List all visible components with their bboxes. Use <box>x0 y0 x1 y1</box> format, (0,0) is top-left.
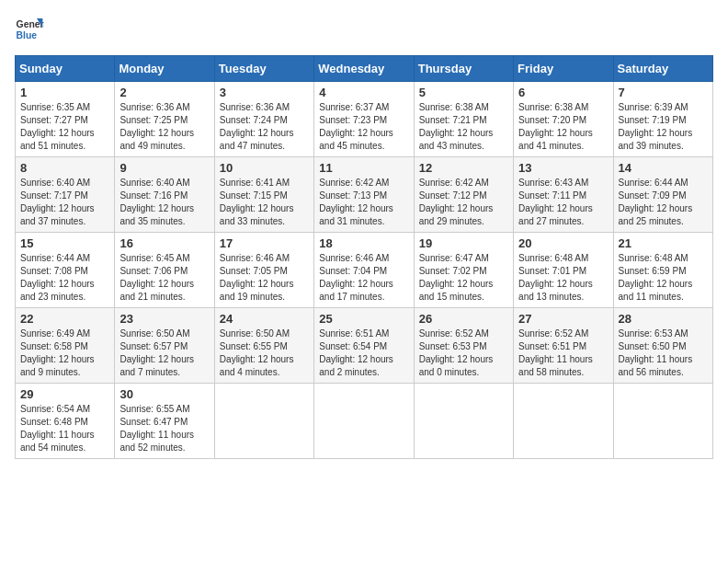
weekday-header-cell: Friday <box>514 56 613 82</box>
logo: General Blue <box>15 15 44 44</box>
calendar-cell: 16 Sunrise: 6:45 AM Sunset: 7:06 PM Dayl… <box>115 233 214 308</box>
day-info: Sunrise: 6:48 AM Sunset: 6:59 PM Dayligh… <box>619 252 708 304</box>
calendar-cell: 19 Sunrise: 6:47 AM Sunset: 7:02 PM Dayl… <box>414 233 513 308</box>
day-info: Sunrise: 6:41 AM Sunset: 7:15 PM Dayligh… <box>220 177 309 228</box>
calendar-cell: 11 Sunrise: 6:42 AM Sunset: 7:13 PM Dayl… <box>314 157 414 233</box>
day-info: Sunrise: 6:36 AM Sunset: 7:25 PM Dayligh… <box>119 101 209 153</box>
day-info: Sunrise: 6:46 AM Sunset: 7:04 PM Dayligh… <box>319 252 408 304</box>
calendar-table: SundayMondayTuesdayWednesdayThursdayFrid… <box>15 55 713 459</box>
day-info: Sunrise: 6:42 AM Sunset: 7:13 PM Dayligh… <box>319 177 408 228</box>
day-number: 16 <box>119 236 209 250</box>
day-number: 2 <box>119 86 209 99</box>
calendar-row: 22 Sunrise: 6:49 AM Sunset: 6:58 PM Dayl… <box>16 308 713 384</box>
calendar-cell: 21 Sunrise: 6:48 AM Sunset: 6:59 PM Dayl… <box>613 233 712 308</box>
day-number: 19 <box>419 236 508 250</box>
day-info: Sunrise: 6:42 AM Sunset: 7:12 PM Dayligh… <box>419 177 508 228</box>
day-number: 10 <box>220 161 309 175</box>
day-number: 5 <box>419 86 508 99</box>
day-info: Sunrise: 6:52 AM Sunset: 6:51 PM Dayligh… <box>518 327 608 379</box>
calendar-cell: 14 Sunrise: 6:44 AM Sunset: 7:09 PM Dayl… <box>613 157 712 233</box>
day-number: 18 <box>319 236 408 250</box>
day-number: 9 <box>119 161 209 175</box>
weekday-header-cell: Tuesday <box>214 56 313 82</box>
day-number: 13 <box>518 161 608 175</box>
day-info: Sunrise: 6:54 AM Sunset: 6:48 PM Dayligh… <box>20 403 109 454</box>
day-number: 7 <box>619 86 708 99</box>
weekday-header-cell: Monday <box>115 56 214 82</box>
day-number: 1 <box>20 86 109 99</box>
svg-text:Blue: Blue <box>17 30 38 40</box>
weekday-header-row: SundayMondayTuesdayWednesdayThursdayFrid… <box>16 56 713 82</box>
calendar-cell: 10 Sunrise: 6:41 AM Sunset: 7:15 PM Dayl… <box>214 157 313 233</box>
day-info: Sunrise: 6:50 AM Sunset: 6:57 PM Dayligh… <box>119 327 209 379</box>
calendar-cell: 17 Sunrise: 6:46 AM Sunset: 7:05 PM Dayl… <box>214 233 313 308</box>
calendar-cell: 5 Sunrise: 6:38 AM Sunset: 7:21 PM Dayli… <box>414 82 513 157</box>
day-info: Sunrise: 6:49 AM Sunset: 6:58 PM Dayligh… <box>20 327 109 379</box>
weekday-header-cell: Saturday <box>613 56 712 82</box>
day-number: 24 <box>220 312 309 326</box>
day-info: Sunrise: 6:48 AM Sunset: 7:01 PM Dayligh… <box>518 252 608 304</box>
calendar-cell: 12 Sunrise: 6:42 AM Sunset: 7:12 PM Dayl… <box>414 157 513 233</box>
calendar-cell: 24 Sunrise: 6:50 AM Sunset: 6:55 PM Dayl… <box>214 308 313 384</box>
day-number: 14 <box>619 161 708 175</box>
calendar-cell: 6 Sunrise: 6:38 AM Sunset: 7:20 PM Dayli… <box>514 82 613 157</box>
calendar-cell: 4 Sunrise: 6:37 AM Sunset: 7:23 PM Dayli… <box>314 82 414 157</box>
day-number: 12 <box>419 161 508 175</box>
day-info: Sunrise: 6:55 AM Sunset: 6:47 PM Dayligh… <box>119 403 209 454</box>
day-info: Sunrise: 6:43 AM Sunset: 7:11 PM Dayligh… <box>518 177 608 228</box>
calendar-cell: 15 Sunrise: 6:44 AM Sunset: 7:08 PM Dayl… <box>16 233 115 308</box>
weekday-header-cell: Thursday <box>414 56 513 82</box>
calendar-row: 15 Sunrise: 6:44 AM Sunset: 7:08 PM Dayl… <box>16 233 713 308</box>
calendar-cell: 28 Sunrise: 6:53 AM Sunset: 6:50 PM Dayl… <box>613 308 712 384</box>
calendar-cell: 30 Sunrise: 6:55 AM Sunset: 6:47 PM Dayl… <box>115 384 214 459</box>
day-info: Sunrise: 6:38 AM Sunset: 7:20 PM Dayligh… <box>518 101 608 153</box>
day-number: 22 <box>20 312 109 326</box>
calendar-cell: 1 Sunrise: 6:35 AM Sunset: 7:27 PM Dayli… <box>16 82 115 157</box>
day-info: Sunrise: 6:50 AM Sunset: 6:55 PM Dayligh… <box>220 327 309 379</box>
day-number: 4 <box>319 86 408 99</box>
page-header: General Blue <box>15 15 713 44</box>
calendar-cell: 13 Sunrise: 6:43 AM Sunset: 7:11 PM Dayl… <box>514 157 613 233</box>
day-info: Sunrise: 6:40 AM Sunset: 7:17 PM Dayligh… <box>20 177 109 228</box>
calendar-cell: 7 Sunrise: 6:39 AM Sunset: 7:19 PM Dayli… <box>613 82 712 157</box>
day-number: 23 <box>119 312 209 326</box>
day-number: 27 <box>518 312 608 326</box>
calendar-row: 8 Sunrise: 6:40 AM Sunset: 7:17 PM Dayli… <box>16 157 713 233</box>
calendar-cell <box>214 384 313 459</box>
day-number: 8 <box>20 161 109 175</box>
day-info: Sunrise: 6:53 AM Sunset: 6:50 PM Dayligh… <box>619 327 708 379</box>
calendar-cell: 25 Sunrise: 6:51 AM Sunset: 6:54 PM Dayl… <box>314 308 414 384</box>
calendar-cell: 8 Sunrise: 6:40 AM Sunset: 7:17 PM Dayli… <box>16 157 115 233</box>
calendar-cell <box>314 384 414 459</box>
logo-icon: General Blue <box>15 15 44 44</box>
calendar-cell: 27 Sunrise: 6:52 AM Sunset: 6:51 PM Dayl… <box>514 308 613 384</box>
day-info: Sunrise: 6:35 AM Sunset: 7:27 PM Dayligh… <box>20 101 109 153</box>
day-info: Sunrise: 6:40 AM Sunset: 7:16 PM Dayligh… <box>119 177 209 228</box>
day-number: 30 <box>119 387 209 401</box>
calendar-cell: 22 Sunrise: 6:49 AM Sunset: 6:58 PM Dayl… <box>16 308 115 384</box>
day-number: 21 <box>619 236 708 250</box>
weekday-header-cell: Wednesday <box>314 56 414 82</box>
day-info: Sunrise: 6:39 AM Sunset: 7:19 PM Dayligh… <box>619 101 708 153</box>
day-number: 6 <box>518 86 608 99</box>
day-number: 26 <box>419 312 508 326</box>
day-info: Sunrise: 6:46 AM Sunset: 7:05 PM Dayligh… <box>220 252 309 304</box>
calendar-body: 1 Sunrise: 6:35 AM Sunset: 7:27 PM Dayli… <box>16 82 713 459</box>
day-info: Sunrise: 6:37 AM Sunset: 7:23 PM Dayligh… <box>319 101 408 153</box>
calendar-row: 29 Sunrise: 6:54 AM Sunset: 6:48 PM Dayl… <box>16 384 713 459</box>
calendar-cell <box>414 384 513 459</box>
day-info: Sunrise: 6:36 AM Sunset: 7:24 PM Dayligh… <box>220 101 309 153</box>
calendar-cell: 29 Sunrise: 6:54 AM Sunset: 6:48 PM Dayl… <box>16 384 115 459</box>
calendar-cell: 3 Sunrise: 6:36 AM Sunset: 7:24 PM Dayli… <box>214 82 313 157</box>
day-number: 11 <box>319 161 408 175</box>
day-info: Sunrise: 6:44 AM Sunset: 7:09 PM Dayligh… <box>619 177 708 228</box>
day-number: 15 <box>20 236 109 250</box>
day-number: 20 <box>518 236 608 250</box>
day-info: Sunrise: 6:45 AM Sunset: 7:06 PM Dayligh… <box>119 252 209 304</box>
day-number: 17 <box>220 236 309 250</box>
calendar-cell: 9 Sunrise: 6:40 AM Sunset: 7:16 PM Dayli… <box>115 157 214 233</box>
day-number: 29 <box>20 387 109 401</box>
day-info: Sunrise: 6:44 AM Sunset: 7:08 PM Dayligh… <box>20 252 109 304</box>
calendar-cell: 23 Sunrise: 6:50 AM Sunset: 6:57 PM Dayl… <box>115 308 214 384</box>
day-number: 25 <box>319 312 408 326</box>
